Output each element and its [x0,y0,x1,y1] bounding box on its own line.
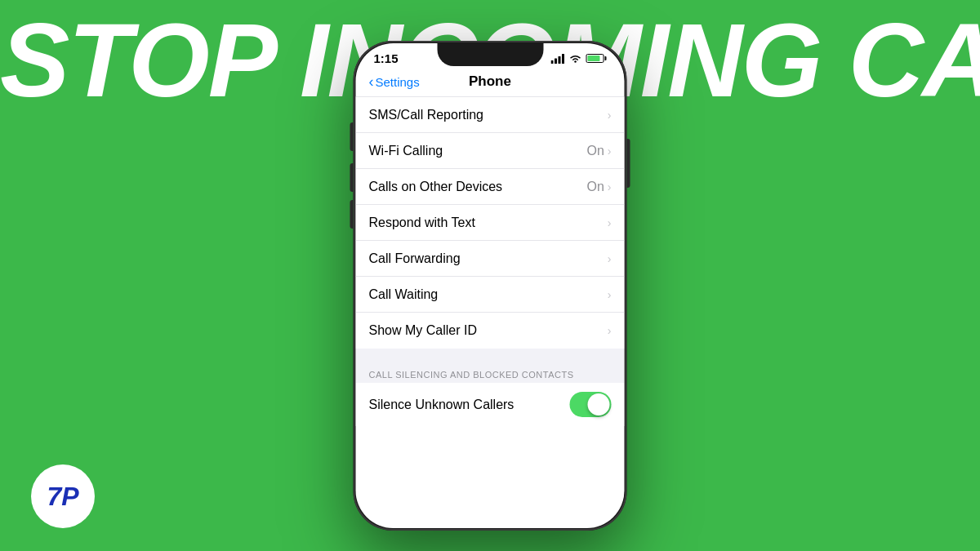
settings-item-sms[interactable]: SMS/Call Reporting › [356,97,625,133]
chevron-right-icon: › [608,252,612,265]
item-label: Wi-Fi Calling [369,144,443,158]
settings-item-calls-other-devices[interactable]: Calls on Other Devices On › [356,169,625,205]
item-label: Respond with Text [369,216,475,230]
item-label: Show My Caller ID [369,323,477,338]
settings-item-silence[interactable]: Silence Unknown Callers [356,383,625,426]
settings-item-respond-text[interactable]: Respond with Text › [356,205,625,241]
section-divider [356,349,625,363]
back-label: Settings [376,75,420,89]
battery-icon [586,54,607,63]
item-right: On › [586,180,611,194]
chevron-right-icon: › [608,144,612,158]
toggle-silence[interactable] [570,392,612,417]
chevron-right-icon: › [608,288,612,301]
item-label: Silence Unknown Callers [369,398,514,412]
chevron-right-icon: › [608,109,612,122]
nav-title: Phone [469,73,511,90]
item-right: › [608,216,612,229]
phone-outer: 1:15 [354,41,627,531]
chevron-right-icon: › [608,180,612,193]
status-time: 1:15 [374,51,399,65]
phone-inner: 1:15 [356,43,625,528]
status-icons [551,54,607,64]
item-label: SMS/Call Reporting [369,108,484,122]
item-right: › [608,252,612,265]
back-button[interactable]: ‹ Settings [369,73,420,91]
item-label: Call Forwarding [369,251,461,266]
svg-rect-0 [551,60,554,64]
svg-rect-2 [559,56,561,64]
item-right: › [608,288,612,301]
item-right: › [608,109,612,122]
item-label: Calls on Other Devices [369,180,503,194]
settings-item-wifi-calling[interactable]: Wi-Fi Calling On › [356,133,625,169]
settings-list: SMS/Call Reporting › Wi-Fi Calling On › … [356,97,625,349]
item-value: On [586,144,604,158]
toggle-knob [588,393,610,415]
settings-item-caller-id[interactable]: Show My Caller ID › [356,313,625,349]
item-value: On [586,180,604,194]
logo-badge: 7P [31,464,95,528]
phone-wrapper: 1:15 [354,41,627,531]
chevron-right-icon: › [608,216,612,229]
item-right: On › [586,144,611,158]
chevron-right-icon: › [608,324,612,337]
svg-rect-1 [555,58,557,64]
settings-item-call-waiting[interactable]: Call Waiting › [356,277,625,313]
settings-item-call-forwarding[interactable]: Call Forwarding › [356,241,625,277]
signal-icon [551,54,565,64]
phone-notch [437,43,543,66]
section-header: CALL SILENCING AND BLOCKED CONTACTS [356,363,625,383]
nav-bar: ‹ Settings Phone [356,69,625,97]
svg-rect-3 [562,54,564,64]
back-chevron-icon: ‹ [369,73,374,91]
logo-text: 7P [47,482,78,512]
item-right: › [608,324,612,337]
item-label: Call Waiting [369,287,439,302]
wifi-icon [569,54,582,64]
